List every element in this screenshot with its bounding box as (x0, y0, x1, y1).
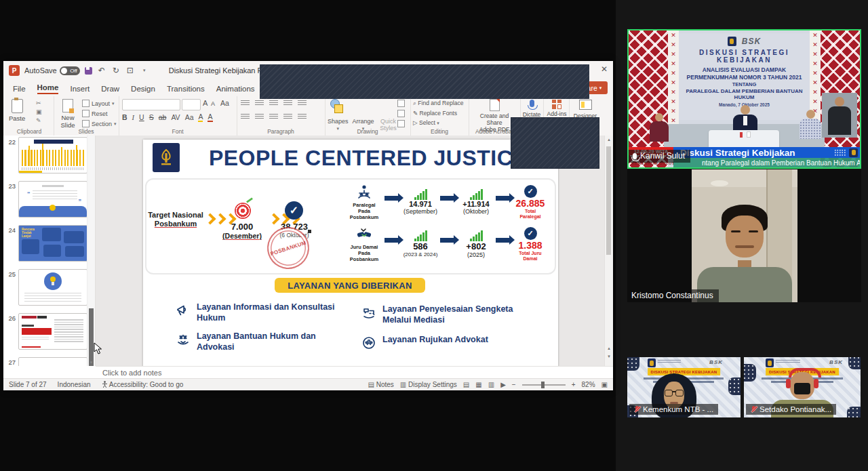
strikethrough-button[interactable]: S (149, 113, 154, 121)
shape-outline-icon[interactable] (397, 110, 405, 117)
zoom-in-button[interactable]: + (572, 381, 576, 388)
thumbnail-22[interactable]: 22 (5, 137, 95, 173)
reset-button[interactable]: Reset (82, 110, 117, 117)
shape-fill-icon[interactable] (397, 100, 405, 107)
slide-canvas[interactable]: PEOPLE CENTERED JUSTICE Target Nasional … (96, 136, 605, 366)
tab-transitions[interactable]: Transitions (167, 85, 205, 94)
view-slideshow-button[interactable]: ▶ (500, 381, 506, 388)
tab-draw[interactable]: Draw (101, 85, 119, 94)
view-sorter-button[interactable]: ▦ (475, 381, 481, 388)
clear-format-icon[interactable]: Aa (220, 99, 229, 107)
video-tile-setdako-pontianak[interactable]: BSK DISKUSI STRATEGI KEBIJAKAN Setdako P… (744, 357, 861, 417)
autosave-switch[interactable]: Off (60, 66, 80, 75)
autosave-toggle[interactable]: AutoSave Off (24, 66, 80, 75)
view-normal-button[interactable]: ▤ (463, 381, 469, 388)
columns-icon[interactable] (298, 114, 307, 120)
backdrop-title: DISKUSI STRATEGI KEBIJAKAN (679, 49, 810, 64)
designer-button[interactable]: Designer (572, 100, 598, 119)
numbering-icon[interactable] (255, 100, 264, 106)
shrink-font-icon[interactable]: A (211, 100, 215, 107)
canvas-scrollbar-thumb[interactable] (606, 146, 611, 255)
dictate-button[interactable]: Dictate (521, 100, 542, 118)
cut-icon[interactable]: ✂ (36, 100, 42, 106)
bullets-icon[interactable] (241, 100, 250, 106)
tab-file[interactable]: File (13, 85, 26, 94)
line-spacing-icon[interactable] (298, 100, 307, 106)
font-name-select[interactable] (122, 99, 180, 110)
addins-button[interactable]: Add-ins (546, 100, 568, 117)
video-tile-kanwil-sulut[interactable]: ✕✕✕✕✕✕✕✕✕✕ ✕✕✕✕✕✕✕✕✕✕ BSK DISKUSI STRATE… (627, 29, 861, 169)
view-reading-button[interactable]: ▥ (488, 381, 494, 388)
highlight-button[interactable]: A (198, 112, 203, 122)
service-item: Layanan Bantuan Hukum dan Advokasi (176, 331, 338, 352)
next-slide-icon[interactable]: ▾ (605, 354, 613, 359)
thumbnail-26[interactable]: 26 (5, 313, 95, 350)
thumbnail-27[interactable]: 27 (5, 357, 95, 366)
stat-2023-2024: 586 (2023 & 2024) (401, 230, 439, 258)
align-center-icon[interactable] (255, 114, 264, 120)
replace-fonts-button[interactable]: ✎ Replace Fonts (413, 110, 464, 117)
prev-slide-icon[interactable]: ▴ (605, 346, 613, 351)
tab-animations[interactable]: Animations (216, 85, 255, 94)
zoom-slider-knob[interactable] (541, 382, 545, 388)
font-size-select[interactable] (182, 99, 201, 110)
language-status[interactable]: Indonesian (58, 381, 91, 388)
shape-effects-icon[interactable] (397, 120, 405, 127)
select-button[interactable]: ▷ Select ▾ (413, 119, 464, 126)
change-case-button[interactable]: Aa (185, 113, 194, 121)
video-tile-kristomo[interactable]: Kristomo Constantinus (627, 169, 861, 302)
new-slide-label: New Slide (56, 114, 79, 129)
layout-button[interactable]: Layout▾ (82, 100, 117, 107)
canvas-scrollbar[interactable]: ▴ ▴ ▾ (604, 136, 613, 366)
tab-insert[interactable]: Insert (70, 85, 90, 94)
video-tile-kemenkum-ntb[interactable]: BSK DISKUSI STRATEGI KEBIJAKAN Kemenkum … (627, 357, 741, 417)
underline-button[interactable]: U (139, 113, 144, 121)
scroll-up-icon[interactable]: ▴ (605, 137, 613, 142)
align-right-icon[interactable] (269, 114, 278, 120)
italic-button[interactable]: I (132, 114, 135, 121)
share-caret-icon: ▾ (599, 85, 602, 91)
save-icon[interactable] (85, 67, 92, 75)
display-settings-button[interactable]: ▥ Display Settings (400, 381, 457, 388)
indent-increase-icon[interactable] (283, 100, 292, 106)
redo-icon[interactable]: ↻ (111, 66, 121, 75)
paste-button[interactable]: Paste (9, 99, 25, 122)
scroll-down-icon[interactable]: ▾ (87, 360, 95, 365)
thumbnail-25[interactable]: 25 (5, 269, 95, 306)
thumbnail-23[interactable]: 23 “ ” (5, 181, 95, 218)
thumbnail-scrollbar[interactable]: ▾ (87, 136, 95, 366)
thumbnail-24[interactable]: 24 Rencana Tindak Lanjut (5, 225, 95, 262)
fit-slide-button[interactable]: ▣ (601, 381, 608, 388)
thumbnail-scrollbar-thumb[interactable] (89, 308, 94, 366)
bold-button[interactable]: B (122, 113, 127, 121)
new-slide-button[interactable]: New Slide (56, 99, 79, 129)
kemenkumham-logo-icon (728, 37, 736, 46)
char-spacing-button[interactable]: AV (171, 113, 180, 121)
font-color-button[interactable]: A (208, 112, 212, 122)
tab-home[interactable]: Home (37, 83, 59, 94)
present-icon[interactable]: ⊡ (125, 66, 135, 75)
tab-design[interactable]: Design (131, 85, 155, 94)
find-replace-button[interactable]: ⌕ Find and Replace (413, 100, 464, 107)
zoom-slider[interactable] (522, 384, 566, 386)
align-left-icon[interactable] (241, 114, 250, 120)
ceiling-light (711, 180, 728, 186)
accessibility-status[interactable]: Accessibility: Good to go (102, 381, 184, 388)
format-painter-icon[interactable]: ✎ (36, 117, 42, 124)
justify-icon[interactable] (283, 114, 292, 120)
slides-group-label: Slides (54, 128, 119, 135)
grow-font-icon[interactable]: A (203, 99, 208, 107)
indent-decrease-icon[interactable] (269, 100, 278, 106)
thumbnail-number: 25 (5, 270, 16, 278)
zoom-out-button[interactable]: − (512, 381, 516, 388)
section-button[interactable]: Section▾ (82, 120, 117, 127)
slide[interactable]: PEOPLE CENTERED JUSTICE Target Nasional … (143, 140, 558, 367)
subscript-button[interactable]: ab (159, 113, 167, 121)
undo-icon[interactable]: ↶ (97, 66, 106, 75)
zoom-percent[interactable]: 82% (582, 381, 595, 388)
quick-access-caret-icon[interactable]: ▾ (140, 68, 149, 73)
notes-pane[interactable]: Click to add notes (96, 366, 613, 378)
close-icon[interactable]: ✕ (601, 64, 608, 74)
notes-toggle[interactable]: ▤ Notes (368, 381, 393, 388)
copy-icon[interactable]: ▣ (36, 108, 42, 115)
